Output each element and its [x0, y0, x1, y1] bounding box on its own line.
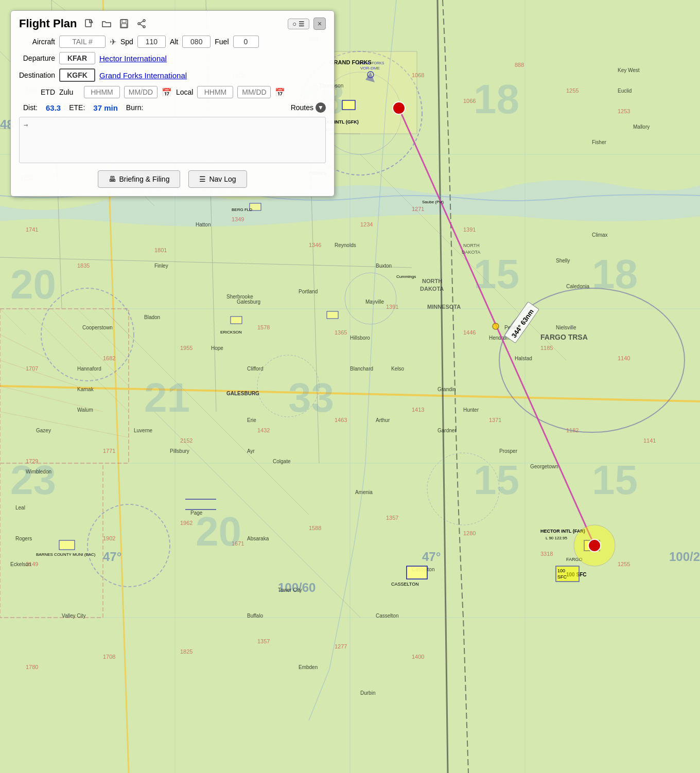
svg-text:Grandin: Grandin	[437, 386, 456, 392]
altitude-label: Alt	[170, 38, 178, 46]
departure-row: Departure Hector International	[19, 52, 326, 64]
svg-text:Georgetown: Georgetown	[530, 464, 558, 469]
zulu-time-input[interactable]	[84, 86, 120, 98]
destination-row: Destination Grand Forks International	[19, 68, 326, 82]
svg-text:3318: 3318	[540, 551, 553, 557]
svg-text:888: 888	[515, 62, 524, 68]
svg-text:Cummings: Cummings	[396, 274, 416, 279]
svg-text:1962: 1962	[180, 520, 192, 526]
destination-code-input[interactable]	[59, 68, 95, 82]
svg-text:1463: 1463	[335, 417, 347, 423]
svg-text:NORTH: NORTH	[422, 278, 442, 284]
local-calendar-icon[interactable]: 📅	[275, 87, 285, 97]
svg-rect-215	[121, 24, 127, 27]
new-doc-button[interactable]	[82, 17, 96, 30]
routes-area[interactable]: Routes ▼	[291, 102, 326, 113]
svg-text:1801: 1801	[154, 247, 167, 253]
svg-text:Caledonia: Caledonia	[566, 284, 589, 289]
svg-text:15: 15	[474, 457, 519, 503]
toggle-circle-icon: ○	[292, 20, 296, 28]
local-date-input[interactable]	[237, 86, 271, 98]
svg-text:1140: 1140	[618, 355, 630, 361]
svg-text:Clifford: Clifford	[247, 366, 264, 372]
svg-text:1182: 1182	[566, 427, 579, 433]
fuel-input[interactable]	[233, 36, 259, 48]
svg-text:Reynolds: Reynolds	[335, 242, 356, 248]
svg-text:ERICKSON: ERICKSON	[220, 330, 242, 335]
speed-input[interactable]	[137, 36, 166, 48]
zulu-calendar-icon[interactable]: 📅	[162, 87, 172, 97]
etd-row: ETD Zulu 📅 Local 📅	[19, 86, 326, 98]
svg-text:MINNESOTA: MINNESOTA	[427, 304, 461, 310]
svg-text:Bladon: Bladon	[144, 314, 160, 320]
svg-text:Walum: Walum	[77, 407, 93, 413]
svg-text:21: 21	[144, 375, 190, 420]
svg-text:Ayr: Ayr	[247, 448, 255, 454]
nav-log-button[interactable]: ☰ Nav Log	[188, 170, 247, 188]
route-textarea[interactable]	[19, 117, 326, 163]
svg-text:1255: 1255	[618, 561, 630, 567]
svg-text:Pillsbury: Pillsbury	[170, 448, 189, 454]
svg-text:15: 15	[592, 457, 638, 503]
svg-text:18: 18	[474, 76, 519, 122]
close-button[interactable]: ×	[313, 17, 326, 30]
svg-text:Embden: Embden	[299, 664, 318, 670]
svg-point-216	[143, 20, 145, 22]
svg-point-197	[393, 102, 405, 114]
share-doc-button[interactable]	[134, 17, 149, 30]
departure-name-link[interactable]: Hector International	[99, 54, 167, 63]
svg-line-220	[140, 24, 143, 26]
svg-text:Hunter: Hunter	[463, 407, 479, 413]
svg-text:1446: 1446	[463, 329, 476, 336]
svg-text:1280: 1280	[463, 530, 476, 536]
svg-text:18: 18	[592, 251, 638, 297]
aircraft-label: Aircraft	[19, 38, 55, 46]
svg-text:1682: 1682	[103, 355, 115, 361]
svg-text:Tower City: Tower City	[278, 587, 302, 593]
svg-text:CASSELTON: CASSELTON	[391, 582, 419, 587]
svg-rect-207	[327, 311, 338, 319]
svg-point-196	[588, 539, 601, 552]
svg-text:Eckelson: Eckelson	[10, 561, 31, 567]
panel-title: Flight Plan	[19, 17, 77, 30]
altitude-input[interactable]	[182, 36, 211, 48]
flight-plan-panel: Flight Plan	[10, 10, 335, 197]
svg-text:1271: 1271	[412, 206, 424, 212]
svg-text:1371: 1371	[489, 417, 501, 423]
svg-text:1391: 1391	[463, 226, 476, 233]
svg-text:1955: 1955	[180, 345, 192, 351]
svg-text:1902: 1902	[103, 535, 115, 541]
svg-text:1708: 1708	[103, 654, 115, 660]
open-doc-button[interactable]	[99, 17, 114, 30]
local-time-input[interactable]	[197, 86, 233, 98]
svg-text:2152: 2152	[180, 437, 192, 444]
svg-text:Absaraka: Absaraka	[247, 536, 269, 541]
svg-text:L 90 122.95: L 90 122.95	[546, 536, 568, 540]
view-toggle-button[interactable]: ○ ☰	[288, 19, 309, 29]
svg-text:Buffalo: Buffalo	[247, 613, 263, 619]
local-label: Local	[176, 88, 193, 96]
briefing-filing-button[interactable]: 🖶 Briefing & Filing	[98, 170, 180, 188]
svg-point-198	[493, 323, 499, 329]
svg-text:1588: 1588	[309, 525, 321, 531]
navlog-icon: ☰	[199, 175, 206, 183]
etd-label: ETD	[19, 88, 55, 96]
svg-text:100/25: 100/25	[669, 550, 700, 564]
ete-value: 37 min	[93, 103, 118, 112]
save-doc-button[interactable]	[117, 17, 131, 30]
svg-text:Erie: Erie	[247, 417, 256, 423]
svg-text:Wimbledon: Wimbledon	[26, 469, 51, 475]
panel-titlebar: Flight Plan	[19, 17, 326, 30]
destination-name-link[interactable]: Grand Forks International	[99, 71, 187, 80]
svg-text:Fisher: Fisher	[592, 139, 606, 145]
svg-text:1141: 1141	[643, 437, 656, 444]
svg-text:Prosper: Prosper	[499, 448, 518, 454]
svg-text:Karnak: Karnak	[77, 386, 94, 392]
departure-code-input[interactable]	[59, 52, 95, 64]
routes-circle-icon[interactable]: ▼	[316, 102, 326, 113]
tail-number-input[interactable]	[59, 36, 106, 48]
button-row: 🖶 Briefing & Filing ☰ Nav Log	[19, 170, 326, 188]
svg-text:Gardner: Gardner	[437, 428, 457, 433]
svg-text:1357: 1357	[386, 515, 398, 521]
zulu-date-input[interactable]	[124, 86, 157, 98]
